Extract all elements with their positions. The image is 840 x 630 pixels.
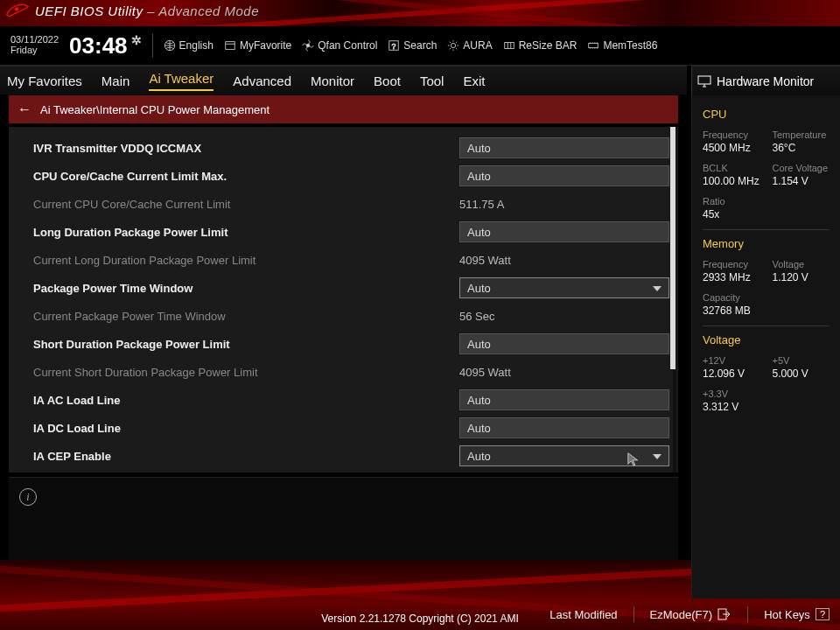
setting-input[interactable]: Auto <box>459 417 669 438</box>
nav-tab-main[interactable]: Main <box>102 74 130 88</box>
hw-cpu-title: CPU <box>703 108 830 121</box>
svg-point-3 <box>307 44 311 47</box>
svg-point-0 <box>15 7 18 10</box>
nav-tab-advanced[interactable]: Advanced <box>233 74 291 88</box>
setting-label: Long Duration Package Power Limit <box>33 226 459 239</box>
setting-static-value: 4095 Watt <box>459 366 669 379</box>
myfavorite-button[interactable]: MyFavorite <box>224 39 291 52</box>
aura-button[interactable]: AURA <box>447 39 492 52</box>
setting-row: Current Long Duration Package Power Limi… <box>33 246 669 274</box>
setting-label: Package Power Time Window <box>33 282 459 295</box>
setting-row: Long Duration Package Power LimitAuto <box>33 218 669 246</box>
title-main: UEFI BIOS Utility <box>35 4 144 18</box>
setting-row: Package Power Time WindowAuto <box>33 274 669 302</box>
scrollbar-thumb[interactable] <box>670 127 676 369</box>
back-arrow-icon[interactable]: ← <box>18 102 32 117</box>
setting-dropdown[interactable]: Auto <box>459 445 669 466</box>
setting-input[interactable]: Auto <box>459 165 669 186</box>
setting-row: IA DC Load LineAuto <box>33 414 669 442</box>
nav-tab-exit[interactable]: Exit <box>463 74 485 88</box>
rog-logo-icon <box>5 2 30 21</box>
gear-icon[interactable]: ✲ <box>131 33 142 47</box>
setting-label: IA DC Load Line <box>33 422 459 435</box>
setting-row: Current Package Power Time Window56 Sec <box>33 302 669 330</box>
svg-rect-2 <box>226 42 235 50</box>
nav-tab-tool[interactable]: Tool <box>420 74 444 88</box>
crumb-path: Ai Tweaker\Internal CPU Power Management <box>40 103 270 116</box>
version-text: Version 2.21.1278 Copyright (C) 2021 AMI <box>0 612 840 625</box>
svg-rect-8 <box>589 43 598 47</box>
day-text: Friday <box>10 46 59 56</box>
setting-label: IVR Transmitter VDDQ ICCMAX <box>33 142 459 155</box>
nav-tab-boot[interactable]: Boot <box>374 74 401 88</box>
setting-static-value: 4095 Watt <box>459 254 669 267</box>
setting-label: Current Short Duration Package Power Lim… <box>33 366 459 379</box>
setting-label: CPU Core/Cache Current Limit Max. <box>33 170 459 183</box>
setting-row: IA CEP EnableAuto <box>33 442 669 470</box>
resizebar-button[interactable]: ReSize BAR <box>503 39 578 52</box>
nav-tab-ai-tweaker[interactable]: Ai Tweaker <box>149 71 214 91</box>
setting-label: Short Duration Package Power Limit <box>33 338 459 351</box>
date-block: 03/11/2022 Friday <box>10 35 59 55</box>
setting-row: CPU Core/Cache Current Limit Max.Auto <box>33 162 669 190</box>
setting-dropdown[interactable]: Auto <box>459 277 669 298</box>
nav-tab-monitor[interactable]: Monitor <box>311 74 354 88</box>
svg-rect-7 <box>504 43 514 49</box>
header-bar: 03/11/2022 Friday 03:48 ✲ English MyFavo… <box>0 26 840 66</box>
breadcrumb: ← Ai Tweaker\Internal CPU Power Manageme… <box>9 95 678 123</box>
setting-row: Short Duration Package Power LimitAuto <box>33 330 669 358</box>
monitor-icon <box>697 75 711 88</box>
setting-label: IA AC Load Line <box>33 394 459 407</box>
setting-row: IA AC Load LineAuto <box>33 386 669 414</box>
qfan-button[interactable]: Qfan Control <box>302 39 377 52</box>
setting-input[interactable]: Auto <box>459 333 669 354</box>
title-mode: Advanced Mode <box>158 4 259 18</box>
setting-static-value: 511.75 A <box>459 198 669 211</box>
setting-input[interactable]: Auto <box>459 137 669 158</box>
svg-point-6 <box>452 43 456 47</box>
nav-tab-my-favorites[interactable]: My Favorites <box>7 74 82 88</box>
setting-row: Current CPU Core/Cache Current Limit511.… <box>33 190 669 218</box>
app-title: UEFI BIOS Utility – Advanced Mode <box>35 4 259 18</box>
setting-label: Current Long Duration Package Power Limi… <box>33 254 459 267</box>
hw-monitor-header: Hardware Monitor <box>691 66 840 95</box>
search-button[interactable]: ? Search <box>388 39 437 52</box>
setting-label: IA CEP Enable <box>33 450 459 463</box>
clock: 03:48 ✲ <box>69 32 142 60</box>
setting-input[interactable]: Auto <box>459 389 669 410</box>
hw-voltage-title: Voltage <box>703 333 830 346</box>
svg-text:?: ? <box>392 42 396 51</box>
language-button[interactable]: English <box>164 39 214 52</box>
setting-label: Current CPU Core/Cache Current Limit <box>33 198 459 211</box>
scrollbar-track[interactable] <box>673 127 676 472</box>
main-nav: My FavoritesMainAi TweakerAdvancedMonito… <box>0 66 687 95</box>
info-icon: i <box>19 488 37 506</box>
setting-row: Current Short Duration Package Power Lim… <box>33 358 669 386</box>
setting-static-value: 56 Sec <box>459 310 669 323</box>
memtest-button[interactable]: MemTest86 <box>587 39 657 52</box>
setting-row: IVR Transmitter VDDQ ICCMAXAuto <box>33 134 669 162</box>
setting-input[interactable]: Auto <box>459 221 669 242</box>
settings-panel: IVR Transmitter VDDQ ICCMAXAutoCPU Core/… <box>9 127 678 472</box>
hw-memory-title: Memory <box>703 237 830 250</box>
svg-rect-9 <box>698 76 710 84</box>
info-panel: i <box>9 477 678 560</box>
hardware-monitor: CPU Frequency4500 MHz Temperature36°C BC… <box>691 95 840 598</box>
setting-label: Current Package Power Time Window <box>33 310 459 323</box>
